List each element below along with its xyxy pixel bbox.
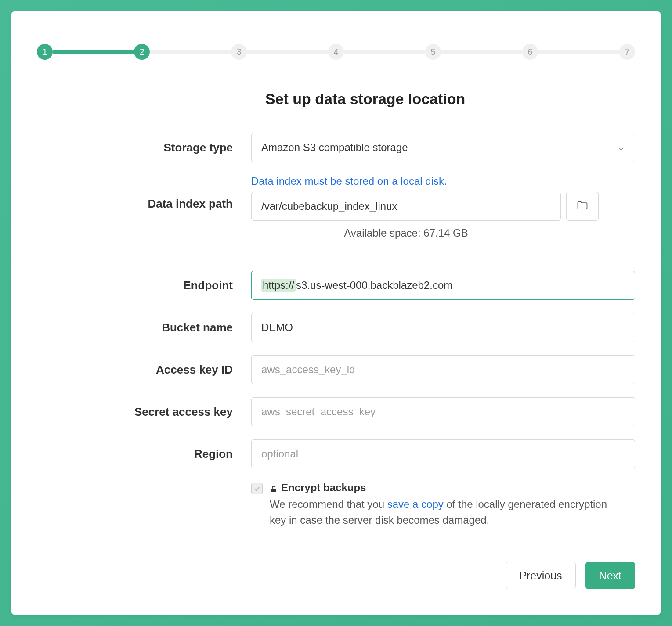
step-4[interactable]: 4: [328, 44, 344, 60]
step-5[interactable]: 5: [425, 44, 441, 60]
step-track-1-2: [53, 50, 134, 54]
folder-icon: [576, 199, 589, 213]
region-label: Region: [37, 447, 251, 461]
step-track-4-5: [344, 50, 425, 54]
endpoint-label: Endpoint: [37, 279, 251, 292]
storage-type-select[interactable]: Amazon S3 compatible storage: [251, 133, 635, 162]
setup-card: 1 2 3 4 5 6 7 Set up data storage locati…: [11, 11, 661, 615]
lock-icon: [270, 484, 278, 492]
region-input[interactable]: [251, 439, 635, 468]
access-key-id-input[interactable]: [251, 355, 635, 384]
stepper: 1 2 3 4 5 6 7: [37, 44, 635, 60]
endpoint-value: s3.us-west-000.backblazeb2.com: [296, 279, 452, 291]
available-space: Available space: 67.14 GB: [251, 227, 561, 239]
data-index-note: Data index must be stored on a local dis…: [251, 175, 635, 187]
encrypt-checkbox[interactable]: [251, 483, 263, 494]
endpoint-input[interactable]: https://s3.us-west-000.backblazeb2.com: [251, 271, 635, 300]
wizard-footer: Previous Next: [506, 562, 635, 589]
bucket-name-input[interactable]: [251, 313, 635, 342]
step-track-3-4: [247, 50, 328, 54]
bucket-name-label: Bucket name: [37, 321, 251, 335]
step-track-6-7: [538, 50, 619, 54]
encrypt-title: Encrypt backups: [270, 482, 617, 494]
secret-access-key-label: Secret access key: [37, 405, 251, 419]
step-1[interactable]: 1: [37, 44, 53, 60]
page-title: Set up data storage location: [265, 90, 635, 108]
browse-folder-button[interactable]: [566, 192, 599, 221]
data-index-path-label: Data index path: [37, 175, 251, 211]
data-index-path-input[interactable]: [251, 192, 561, 221]
storage-type-value: Amazon S3 compatible storage: [261, 141, 408, 154]
step-2[interactable]: 2: [134, 44, 150, 60]
step-6[interactable]: 6: [522, 44, 538, 60]
save-a-copy-link[interactable]: save a copy: [387, 498, 444, 510]
previous-button[interactable]: Previous: [506, 562, 575, 589]
step-3[interactable]: 3: [231, 44, 247, 60]
access-key-id-label: Access key ID: [37, 363, 251, 377]
storage-form: Storage type Amazon S3 compatible storag…: [37, 133, 635, 528]
storage-type-label: Storage type: [37, 141, 251, 155]
chevron-down-icon: [617, 144, 625, 151]
next-button[interactable]: Next: [585, 562, 635, 589]
step-track-2-3: [150, 50, 231, 54]
secret-access-key-input[interactable]: [251, 397, 635, 426]
endpoint-prefix: https://: [261, 279, 296, 292]
step-7[interactable]: 7: [619, 44, 635, 60]
step-track-5-6: [441, 50, 522, 54]
encrypt-description: We recommend that you save a copy of the…: [270, 496, 617, 528]
